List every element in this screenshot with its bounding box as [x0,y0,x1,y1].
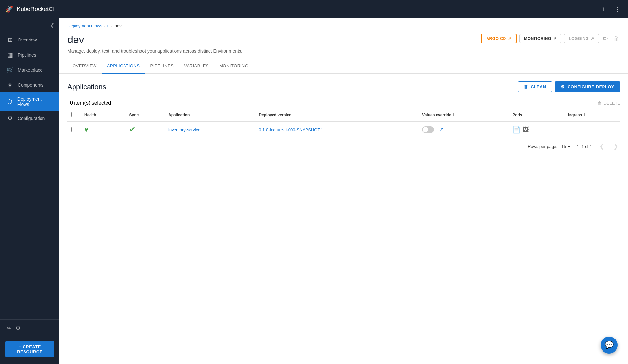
pipelines-icon: ▦ [7,51,14,58]
breadcrumb-deployment-flows[interactable]: Deployment Flows [67,24,102,28]
col-application: Application [164,108,255,122]
clean-label: CLEAN [531,84,546,89]
tab-monitoring[interactable]: MONITORING [214,59,254,74]
page-title: dev [67,34,242,46]
values-override-external-icon[interactable]: ↗ [439,126,444,133]
breadcrumb: Deployment Flows / fl / dev [59,18,628,31]
sync-cell: ✔ [125,122,164,138]
applications-section: Applications 🗑 CLEAN ⚙ CONFIGURE DEPLOY [59,74,628,161]
tab-pipelines[interactable]: PIPELINES [145,59,179,74]
configuration-icon: ⚙ [7,115,14,122]
application-cell: inventory-service [164,122,255,138]
page-header: dev Manage, deploy, test, and troublesho… [59,31,628,59]
sidebar: ❮ ⊞ Overview ▦ Pipelines 🛒 Marketplace ◈… [0,18,59,364]
delete-label: DELETE [603,101,620,106]
edit-icon[interactable]: ✏ [602,34,609,43]
sidebar-item-label-deployment-flows: Deployment Flows [17,96,53,107]
sidebar-item-configuration[interactable]: ⚙ Configuration [0,111,59,126]
deployment-flows-icon: ⬡ [7,98,13,105]
selection-bar: 0 item(s) selected 🗑 DELETE [67,97,620,108]
argo-cd-button[interactable]: ARGO CD ↗ [481,34,517,43]
col-checkbox [67,108,80,122]
col-ingress: Ingress ℹ [564,108,620,122]
tab-variables[interactable]: VARIABLES [179,59,214,74]
col-sync: Sync [125,108,164,122]
applications-header: Applications 🗑 CLEAN ⚙ CONFIGURE DEPLOY [67,81,620,92]
logging-external-icon: ↗ [591,36,594,41]
monitoring-external-icon: ↗ [553,36,557,41]
selection-count: 0 item(s) selected [70,100,111,106]
tab-overview[interactable]: OVERVIEW [67,59,102,74]
select-all-checkbox[interactable] [71,112,76,117]
page-header-left: dev Manage, deploy, test, and troublesho… [67,34,242,54]
row-checkbox-cell [67,122,80,138]
applications-actions: 🗑 CLEAN ⚙ CONFIGURE DEPLOY [518,81,620,92]
rows-per-page-label: Rows per page: [528,144,557,149]
argo-cd-external-icon: ↗ [508,36,512,41]
pagination-range: 1–1 of 1 [577,144,592,149]
pod-image-icon[interactable]: 🖼 [522,126,529,134]
tab-applications[interactable]: APPLICATIONS [102,59,145,74]
table-row: ♥ ✔ inventory-service 0.1.0-feature-tt-0… [67,122,620,138]
sidebar-item-marketplace[interactable]: 🛒 Marketplace [0,62,59,77]
info-icon[interactable]: ℹ [598,4,608,14]
monitoring-label: MONITORING [524,36,551,41]
version-link[interactable]: 0.1.0-feature-tt-000-SNAPSHOT.1 [259,127,323,132]
configure-deploy-button[interactable]: ⚙ CONFIGURE DEPLOY [555,81,620,92]
argo-cd-label: ARGO CD [486,36,506,41]
sidebar-item-deployment-flows[interactable]: ⬡ Deployment Flows [0,92,59,111]
topbar: 🚀 KubeRocketCI ℹ ⋮ [0,0,628,18]
logging-label: LOGGING [569,36,588,41]
breadcrumb-sep1: / [104,24,106,28]
monitoring-button[interactable]: MONITORING ↗ [519,34,561,43]
clean-button[interactable]: 🗑 CLEAN [518,81,553,92]
pagination-rows-per-page: Rows per page: 15 25 50 [528,144,571,149]
values-override-toggle[interactable] [422,126,434,133]
col-deployed-version: Deployed version [255,108,418,122]
rows-per-page-select[interactable]: 15 25 50 [560,144,571,149]
configure-deploy-icon: ⚙ [561,84,565,89]
pod-file-icon[interactable]: 📄 [512,126,521,134]
create-resource-button[interactable]: + CREATE RESOURCE [5,341,54,357]
sidebar-item-label-marketplace: Marketplace [18,67,42,73]
application-link[interactable]: inventory-service [168,127,200,132]
sidebar-item-pipelines[interactable]: ▦ Pipelines [0,47,59,62]
deployed-version-cell: 0.1.0-feature-tt-000-SNAPSHOT.1 [255,122,418,138]
sidebar-item-label-pipelines: Pipelines [18,52,36,58]
breadcrumb-sep2: / [111,24,113,28]
sidebar-item-label-overview: Overview [18,37,37,42]
sidebar-item-label-components: Components [18,82,43,88]
logo-icon: 🚀 [5,5,13,13]
sidebar-bottom-tools: ✏ ⚙ [0,319,59,337]
ingress-info-icon[interactable]: ℹ [583,112,585,117]
pagination: Rows per page: 15 25 50 1–1 of 1 ❮ ❯ [67,138,620,153]
more-options-icon[interactable]: ⋮ [612,4,623,14]
delete-button: 🗑 DELETE [597,101,620,106]
topbar-icons: ℹ ⋮ [598,4,623,14]
sidebar-nav: ⊞ Overview ▦ Pipelines 🛒 Marketplace ◈ C… [0,32,59,319]
overview-icon: ⊞ [7,36,14,43]
delete-trash-icon: 🗑 [597,101,602,106]
row-checkbox[interactable] [71,127,76,132]
pagination-next-button[interactable]: ❯ [611,142,620,151]
col-values-override: Values override ℹ [418,108,508,122]
applications-table: Health Sync Application Deployed version… [67,108,620,138]
sidebar-item-components[interactable]: ◈ Components [0,77,59,92]
breadcrumb-fl[interactable]: fl [107,24,110,28]
table-body: ♥ ✔ inventory-service 0.1.0-feature-tt-0… [67,122,620,138]
col-health: Health [80,108,125,122]
app-logo: 🚀 KubeRocketCI [5,5,55,13]
logging-button[interactable]: LOGGING ↗ [564,34,599,43]
chat-fab-button[interactable]: 💬 [601,337,618,354]
sidebar-collapse-button[interactable]: ❮ [0,18,59,32]
sync-check-icon: ✔ [129,125,135,134]
settings-tool-icon[interactable]: ⚙ [15,325,21,332]
content-area: Deployment Flows / fl / dev dev Manage, … [59,18,628,364]
pagination-prev-button[interactable]: ❮ [597,142,606,151]
edit-tool-icon[interactable]: ✏ [7,325,11,332]
sidebar-item-overview[interactable]: ⊞ Overview [0,32,59,47]
col-pods: Pods [508,108,564,122]
values-override-info-icon[interactable]: ℹ [453,112,454,117]
table-header: Health Sync Application Deployed version… [67,108,620,122]
main-layout: ❮ ⊞ Overview ▦ Pipelines 🛒 Marketplace ◈… [0,18,628,364]
